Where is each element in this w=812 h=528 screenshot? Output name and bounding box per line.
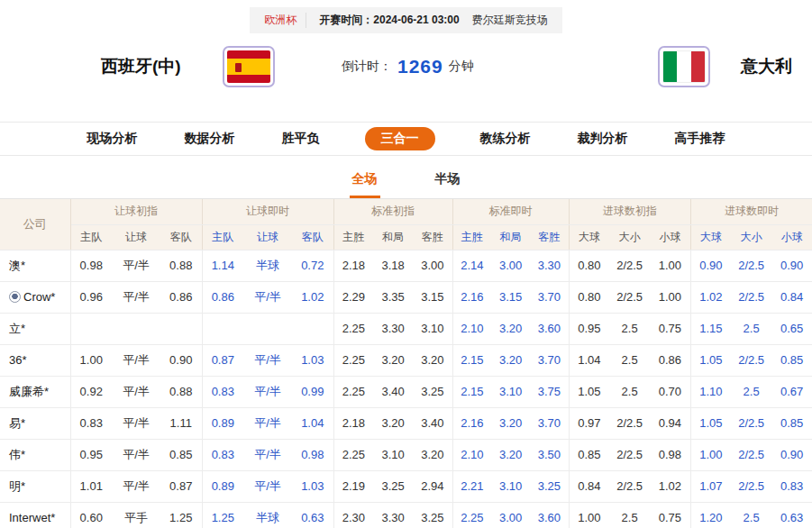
odds-cell: 0.89 [202, 470, 243, 502]
odds-cell: 1.05 [690, 344, 731, 376]
odds-cell: 3.60 [530, 502, 569, 528]
kickoff-value: 2024-06-21 03:00 [373, 14, 459, 26]
odds-cell: 2.94 [413, 470, 452, 502]
period-tab-全场[interactable]: 全场 [350, 159, 380, 198]
odds-cell: 平/半 [243, 376, 292, 407]
countdown-value: 1269 [397, 56, 443, 77]
column-header: 大小 [731, 224, 771, 250]
odds-cell: 1.14 [202, 250, 243, 281]
odds-cell: 2.25 [333, 344, 373, 376]
column-header: 客胜 [413, 224, 452, 250]
odds-cell: 0.75 [650, 502, 690, 528]
odds-cell: 2/2.5 [609, 250, 650, 281]
odds-cell: 1.25 [202, 502, 243, 528]
odds-cell: 0.98 [70, 250, 112, 281]
odds-cell: 0.80 [569, 250, 609, 281]
odds-cell: 0.65 [771, 313, 812, 344]
table-row: Interwet*0.60平手1.251.25半球0.632.303.303.2… [0, 502, 812, 528]
italy-flag-icon [658, 46, 710, 87]
odds-cell: 3.25 [373, 470, 413, 502]
column-header: 小球 [650, 224, 690, 250]
company-name: 伟* [9, 448, 25, 461]
odds-cell: 平/半 [112, 344, 160, 376]
table-row: Crow*0.96平/半0.860.86平/半1.022.293.353.152… [0, 281, 812, 313]
odds-cell [243, 313, 292, 344]
kickoff-label: 开赛时间： [319, 14, 373, 26]
odds-cell: 0.83 [202, 376, 243, 407]
column-group-header: 进球数即时 [690, 199, 812, 224]
odds-cell: 1.10 [690, 376, 731, 407]
company-cell: 威廉希* [0, 376, 70, 407]
odds-cell: 0.85 [771, 407, 812, 439]
odds-cell: 1.02 [650, 470, 690, 502]
odds-cell: 平/半 [112, 376, 160, 407]
countdown: 倒计时： 1269 分钟 [342, 56, 474, 77]
odds-cell: 0.98 [650, 439, 690, 470]
odds-cell: 平/半 [112, 439, 160, 470]
odds-cell: 2/2.5 [609, 407, 650, 439]
column-header: 主胜 [333, 224, 373, 250]
odds-cell: 1.00 [569, 502, 609, 528]
odds-cell: 3.20 [413, 344, 452, 376]
company-name: Crow* [23, 290, 55, 304]
company-cell: Crow* [0, 281, 70, 313]
table-row: 明*1.01平/半0.870.89平/半1.032.193.252.942.21… [0, 470, 812, 502]
odds-cell: 2/2.5 [609, 439, 650, 470]
odds-cell: 平/半 [112, 407, 160, 439]
company-cell: 明* [0, 470, 70, 502]
odds-cell: 2.25 [333, 313, 373, 344]
odds-cell: 3.30 [373, 502, 413, 528]
odds-cell: 0.88 [160, 250, 202, 281]
odds-cell: 0.72 [292, 250, 333, 281]
company-name: 36* [9, 353, 27, 367]
table-header-cols: 主队让球客队主队让球客队主胜和局客胜主胜和局客胜大球大小小球大球大小小球 [0, 224, 812, 250]
odds-cell: 0.87 [202, 344, 243, 376]
odds-cell: 0.98 [292, 439, 333, 470]
column-group-header: 标准即时 [452, 199, 569, 224]
odds-cell: 1.02 [690, 281, 731, 313]
odds-cell: 1.01 [70, 470, 112, 502]
nav-tab-裁判分析[interactable]: 裁判分析 [576, 128, 630, 150]
odds-cell: 平/半 [112, 250, 160, 281]
odds-cell: 0.95 [70, 439, 112, 470]
odds-cell: 2/2.5 [731, 439, 771, 470]
odds-cell: 2.5 [731, 502, 771, 528]
match-info-bar: 欧洲杯 开赛时间：2024-06-21 03:00 费尔廷斯竞技场 [0, 7, 812, 33]
odds-cell: 3.50 [530, 439, 569, 470]
column-group-header: 让球即时 [202, 199, 333, 224]
spain-flag-image [227, 50, 270, 83]
odds-cell: 1.11 [160, 407, 202, 439]
odds-cell: 1.15 [690, 313, 731, 344]
odds-cell: 1.00 [650, 281, 690, 313]
company-cell: 伟* [0, 439, 70, 470]
odds-cell: 3.25 [413, 376, 452, 407]
odds-cell: 平/半 [243, 281, 292, 313]
nav-tab-数据分析[interactable]: 数据分析 [183, 128, 237, 150]
odds-cell: 0.63 [771, 502, 812, 528]
column-header: 大球 [690, 224, 731, 250]
nav-tab-三合一[interactable]: 三合一 [365, 127, 435, 150]
odds-cell: 3.20 [491, 313, 530, 344]
odds-cell: 3.10 [373, 439, 413, 470]
odds-cell: 3.70 [530, 407, 569, 439]
odds-cell: 2.15 [452, 344, 491, 376]
odds-cell: 2/2.5 [609, 281, 650, 313]
odds-cell: 3.00 [491, 250, 530, 281]
odds-cell: 2.21 [452, 470, 491, 502]
period-tabs: 全场半场 [0, 159, 812, 199]
nav-tab-高手推荐[interactable]: 高手推荐 [673, 128, 727, 150]
match-header: 西班牙(中) 倒计时： 1269 分钟 意大利 [0, 33, 812, 102]
company-name: 威廉希* [9, 385, 49, 398]
nav-tab-教练分析[interactable]: 教练分析 [479, 128, 533, 150]
odds-cell: 平/半 [112, 470, 160, 502]
company-cell: 易* [0, 407, 70, 439]
odds-cell: 3.25 [413, 502, 452, 528]
period-tab-半场[interactable]: 半场 [433, 159, 463, 198]
odds-cell: 2.10 [452, 439, 491, 470]
odds-cell: 平/半 [243, 407, 292, 439]
odds-cell: 0.97 [569, 407, 609, 439]
nav-tab-现场分析[interactable]: 现场分析 [86, 128, 140, 150]
company-name: 立* [9, 322, 25, 335]
nav-tab-胜平负[interactable]: 胜平负 [280, 128, 322, 150]
countdown-unit: 分钟 [449, 59, 474, 75]
